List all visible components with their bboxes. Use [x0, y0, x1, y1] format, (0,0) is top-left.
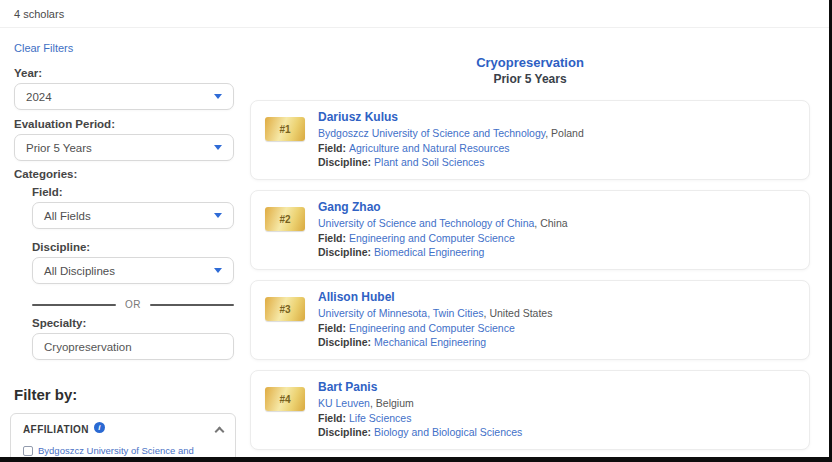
discipline-label: Discipline:	[32, 241, 234, 253]
scholar-name-link[interactable]: Bart Panis	[318, 380, 522, 395]
scholar-name-link[interactable]: Gang Zhao	[318, 200, 568, 215]
affiliation-option-label[interactable]: Bydgoszcz University of Science and Tech…	[38, 445, 223, 462]
year-value: 2024	[26, 91, 52, 103]
field-line: Field:Engineering and Computer Science	[318, 231, 568, 246]
rank-badge: #2	[265, 207, 305, 231]
discipline-label: Discipline:	[318, 156, 371, 168]
year-dropdown[interactable]: 2024	[14, 83, 234, 110]
field-dropdown[interactable]: All Fields	[32, 202, 234, 229]
affiliation-line: Bydgoszcz University of Science and Tech…	[318, 126, 584, 141]
filters-sidebar: Clear Filters Year: 2024 Evaluation Peri…	[0, 28, 250, 462]
field-label: Field:	[318, 232, 346, 244]
specialty-input[interactable]	[32, 333, 234, 360]
affiliation-link[interactable]: Bydgoszcz University of Science and Tech…	[318, 127, 545, 139]
discipline-link[interactable]: Biology and Biological Sciences	[374, 426, 522, 438]
scholar-card: #3 Allison Hubel University of Minnesota…	[250, 280, 810, 360]
discipline-line: Discipline:Biomedical Engineering	[318, 245, 568, 260]
country-text: , Poland	[545, 127, 584, 139]
discipline-label: Discipline:	[318, 426, 371, 438]
chevron-up-icon[interactable]	[215, 426, 225, 436]
affiliation-line: University of Minnesota, Twin Cities, Un…	[318, 306, 552, 321]
clear-filters-link[interactable]: Clear Filters	[14, 42, 234, 54]
affiliation-section-label: AFFILIATION	[23, 424, 89, 435]
affiliation-checkbox[interactable]	[23, 446, 33, 456]
evaluation-period-label: Evaluation Period:	[14, 118, 234, 130]
field-line: Field:Engineering and Computer Science	[318, 321, 552, 336]
scholar-search-page: 4 scholars Clear Filters Year: 2024 Eval…	[0, 0, 832, 462]
or-divider: OR	[32, 299, 234, 310]
scholar-card: #1 Dariusz Kulus Bydgoszcz University of…	[250, 100, 810, 180]
discipline-line: Discipline:Biology and Biological Scienc…	[318, 425, 522, 440]
discipline-link[interactable]: Plant and Soil Sciences	[374, 156, 484, 168]
results-count-bar: 4 scholars	[0, 0, 829, 28]
results-panel: Cryopreservation Prior 5 Years #1 Darius…	[250, 28, 829, 462]
field-link[interactable]: Life Sciences	[349, 412, 411, 424]
affiliation-link[interactable]: KU Leuven	[318, 397, 370, 409]
field-label: Field:	[32, 186, 234, 198]
results-count: 4 scholars	[14, 8, 64, 20]
affiliation-line: KU Leuven, Belgium	[318, 396, 522, 411]
affiliation-line: University of Science and Technology of …	[318, 216, 568, 231]
results-subtitle: Prior 5 Years	[250, 72, 810, 86]
year-label: Year:	[14, 67, 234, 79]
or-label: OR	[116, 299, 150, 310]
rank-badge: #3	[265, 297, 305, 321]
discipline-value: All Disciplines	[44, 265, 115, 277]
scholar-name-link[interactable]: Allison Hubel	[318, 290, 552, 305]
field-label: Field:	[318, 142, 346, 154]
country-text: , China	[534, 217, 567, 229]
affiliation-option: Bydgoszcz University of Science and Tech…	[23, 445, 223, 462]
results-title: Cryopreservation	[250, 55, 810, 70]
rank-badge: #1	[265, 117, 305, 141]
field-link[interactable]: Agriculture and Natural Resources	[349, 142, 510, 154]
field-label: Field:	[318, 322, 346, 334]
evaluation-period-value: Prior 5 Years	[26, 142, 92, 154]
discipline-label: Discipline:	[318, 336, 371, 348]
specialty-label: Specialty:	[32, 317, 234, 329]
affiliation-link[interactable]: University of Science and Technology of …	[318, 217, 534, 229]
affiliation-link[interactable]: University of Minnesota, Twin Cities	[318, 307, 484, 319]
chevron-down-icon	[214, 213, 222, 218]
discipline-link[interactable]: Mechanical Engineering	[374, 336, 486, 348]
field-line: Field:Agriculture and Natural Resources	[318, 141, 584, 156]
field-link[interactable]: Engineering and Computer Science	[349, 232, 515, 244]
divider-line	[150, 304, 234, 306]
info-icon[interactable]: i	[94, 422, 105, 433]
categories-label: Categories:	[14, 168, 234, 180]
scholar-card: #2 Gang Zhao University of Science and T…	[250, 190, 810, 270]
affiliation-filter-panel: AFFILIATION i Bydgoszcz University of Sc…	[10, 413, 236, 462]
rank-badge: #4	[265, 387, 305, 411]
scholar-list: #1 Dariusz Kulus Bydgoszcz University of…	[250, 100, 810, 450]
chevron-down-icon	[214, 145, 222, 150]
country-text: , United States	[484, 307, 553, 319]
field-value: All Fields	[44, 210, 91, 222]
discipline-line: Discipline:Mechanical Engineering	[318, 335, 552, 350]
field-line: Field:Life Sciences	[318, 411, 522, 426]
chevron-down-icon	[214, 268, 222, 273]
discipline-link[interactable]: Biomedical Engineering	[374, 246, 484, 258]
field-label: Field:	[318, 412, 346, 424]
evaluation-period-dropdown[interactable]: Prior 5 Years	[14, 134, 234, 161]
chevron-down-icon	[214, 94, 222, 99]
scholar-card: #4 Bart Panis KU Leuven, Belgium Field:L…	[250, 370, 810, 450]
discipline-dropdown[interactable]: All Disciplines	[32, 257, 234, 284]
discipline-line: Discipline:Plant and Soil Sciences	[318, 155, 584, 170]
divider-line	[32, 304, 116, 306]
scholar-name-link[interactable]: Dariusz Kulus	[318, 110, 584, 125]
discipline-label: Discipline:	[318, 246, 371, 258]
country-text: , Belgium	[370, 397, 414, 409]
field-link[interactable]: Engineering and Computer Science	[349, 322, 515, 334]
filter-by-heading: Filter by:	[14, 386, 234, 403]
affiliation-options-list: Bydgoszcz University of Science and Tech…	[23, 445, 223, 462]
